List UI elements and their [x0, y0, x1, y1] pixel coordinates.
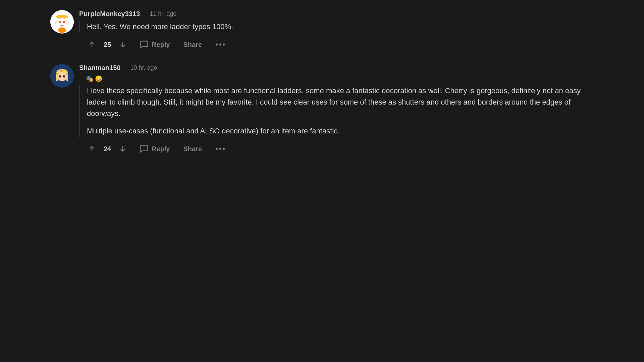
more-button[interactable]: ••• [213, 143, 229, 155]
share-button[interactable]: Share [180, 144, 205, 154]
more-icon: ••• [215, 144, 226, 153]
svg-point-7 [66, 21, 69, 24]
comment-text-1: I love these specifically because while … [87, 85, 594, 119]
comment-meta: PurpleMonkey3313 · 11 hr. ago [79, 10, 594, 18]
svg-point-20 [60, 70, 62, 72]
downvote-button[interactable] [117, 39, 129, 51]
vote-controls: 25 [86, 39, 129, 51]
vote-count: 24 [103, 145, 112, 153]
more-button[interactable]: ••• [213, 39, 229, 50]
comment-content: Hell. Yes. We need more ladder types 100… [79, 21, 594, 33]
comments-section: PurpleMonkey3313 · 11 hr. ago Hell. Yes.… [37, 0, 607, 172]
comment-actions: 25 Reply Share [79, 39, 594, 51]
svg-point-14 [59, 75, 61, 78]
username: PurpleMonkey3313 [79, 10, 140, 18]
svg-point-5 [63, 21, 65, 23]
reply-button[interactable]: Reply [137, 143, 172, 155]
svg-point-8 [58, 27, 66, 33]
downvote-icon [118, 144, 127, 154]
svg-point-18 [57, 77, 60, 79]
emoji-display: 🎭 😄 [86, 75, 102, 82]
svg-point-17 [64, 76, 65, 76]
comment-icon [140, 144, 149, 154]
comment-body: PurpleMonkey3313 · 11 hr. ago Hell. Yes.… [79, 10, 594, 51]
upvote-button[interactable] [86, 143, 98, 155]
comment-item: Shanman150 · 10 hr. ago 🎭 😄 I love these… [50, 61, 594, 155]
svg-point-3 [57, 18, 67, 27]
avatar [50, 10, 74, 34]
vote-controls: 24 [86, 143, 129, 155]
comment-body: Shanman150 · 10 hr. ago 🎭 😄 I love these… [79, 64, 594, 155]
share-label: Share [183, 145, 202, 153]
reply-label: Reply [152, 145, 170, 153]
vote-count: 25 [103, 41, 112, 49]
svg-point-19 [64, 77, 67, 79]
avatar [50, 64, 74, 87]
comment-item: PurpleMonkey3313 · 11 hr. ago Hell. Yes.… [50, 7, 594, 51]
comment-content: I love these specifically because while … [79, 85, 594, 137]
comment-icon [140, 40, 149, 49]
svg-point-15 [63, 75, 65, 78]
reply-label: Reply [152, 41, 170, 49]
timestamp: 11 hr. ago [150, 10, 176, 17]
reply-button[interactable]: Reply [137, 39, 172, 51]
downvote-button[interactable] [117, 143, 129, 155]
username: Shanman150 [79, 64, 120, 72]
comment-text: Hell. Yes. We need more ladder types 100… [87, 21, 594, 33]
more-icon: ••• [215, 40, 226, 49]
comment-meta: Shanman150 · 10 hr. ago [79, 64, 594, 72]
svg-rect-2 [58, 15, 66, 17]
share-button[interactable]: Share [180, 40, 205, 50]
comment-actions: 24 Reply Share [79, 143, 594, 155]
upvote-icon [87, 144, 97, 154]
comment-text-2: Multiple use-cases (functional and ALSO … [87, 125, 594, 137]
emoji-row: 🎭 😄 [79, 75, 594, 82]
upvote-icon [87, 40, 97, 49]
svg-point-4 [59, 21, 61, 23]
svg-point-16 [60, 76, 61, 76]
share-label: Share [183, 41, 202, 49]
downvote-icon [118, 40, 127, 49]
svg-point-6 [55, 21, 58, 24]
timestamp: 10 hr. ago [130, 64, 157, 71]
svg-point-13 [57, 72, 67, 81]
upvote-button[interactable] [86, 39, 98, 51]
